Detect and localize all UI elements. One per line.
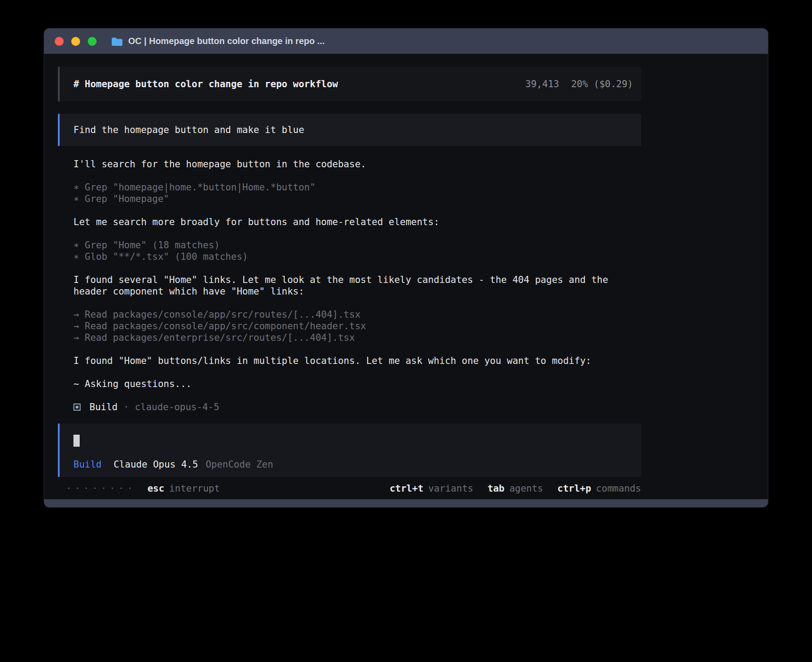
assistant-status: ~ Asking questions... — [73, 378, 641, 390]
traffic-lights — [55, 37, 104, 46]
shortcut-agents: tab agents — [487, 483, 543, 494]
agent-status-line: Build · claude-opus-4-5 — [73, 401, 641, 413]
input-model-label: Claude Opus 4.5 — [114, 459, 198, 470]
shortcut-key: tab — [487, 483, 504, 494]
context-cost: 20% ($0.29) — [571, 78, 633, 90]
window-title-group: OC | Homepage button color change in rep… — [111, 36, 325, 46]
input-provider-label: OpenCode Zen — [206, 459, 273, 470]
titlebar[interactable]: OC | Homepage button color change in rep… — [44, 28, 768, 54]
tool-call-line: → Read packages/console/app/src/routes/[… — [73, 309, 641, 320]
terminal-content: # Homepage button color change in repo w… — [44, 54, 768, 499]
shortcut-label: commands — [596, 483, 641, 494]
text-cursor — [73, 435, 80, 447]
zoom-button[interactable] — [88, 37, 97, 46]
input-meta-row: Build Claude Opus 4.5 OpenCode Zen — [73, 459, 641, 470]
session-header: # Homepage button color change in repo w… — [58, 67, 641, 101]
shortcut-label: variants — [428, 483, 473, 494]
tool-call-line: → Read packages/console/app/src/componen… — [73, 320, 641, 332]
shortcut-commands: ctrl+p commands — [557, 483, 641, 494]
window-title: OC | Homepage button color change in rep… — [128, 36, 325, 46]
window-bottom-edge — [44, 499, 768, 507]
prompt-input[interactable]: Build Claude Opus 4.5 OpenCode Zen — [58, 424, 641, 477]
close-button[interactable] — [55, 37, 64, 46]
session-stats: 39,413 20% ($0.29) — [525, 78, 633, 90]
tool-call-group: ∗ Grep "Home" (18 matches) ∗ Glob "**/*.… — [73, 239, 641, 262]
input-agent-label: Build — [73, 459, 102, 470]
transcript-line: I'll search for the homepage button in t… — [73, 158, 641, 170]
working-spinner-dots: ········ — [66, 483, 136, 494]
assistant-text: I'll search for the homepage button in t… — [73, 158, 641, 170]
agent-separator: · — [123, 401, 129, 413]
terminal-window: OC | Homepage button color change in rep… — [44, 28, 768, 507]
status-right: ctrl+t variants tab agents ctrl+p comman… — [375, 483, 641, 494]
transcript-line: ~ Asking questions... — [73, 378, 641, 390]
tool-call-group: → Read packages/console/app/src/routes/[… — [73, 309, 641, 343]
token-count: 39,413 — [525, 78, 559, 90]
esc-key-label: interrupt — [169, 483, 220, 494]
status-bar: ········ esc interrupt ctrl+t variants t… — [58, 483, 641, 494]
shortcut-key: ctrl+t — [390, 483, 423, 494]
user-message: Find the homepage button and make it blu… — [58, 114, 641, 146]
shortcut-key: ctrl+p — [557, 483, 591, 494]
transcript-line: I found several "Home" links. Let me loo… — [73, 274, 641, 297]
tool-call-line: ∗ Grep "Homepage" — [73, 193, 641, 205]
transcript-line: Let me search more broadly for buttons a… — [73, 216, 641, 228]
esc-key-hint: esc — [147, 483, 164, 494]
assistant-text: Let me search more broadly for buttons a… — [73, 216, 641, 228]
shortcut-label: agents — [509, 483, 543, 494]
agent-square-icon — [73, 404, 81, 411]
assistant-text: I found "Home" buttons/links in multiple… — [73, 355, 641, 367]
tool-call-group: ∗ Grep "homepage|home.*button|Home.*butt… — [73, 182, 641, 205]
transcript-line: I found "Home" buttons/links in multiple… — [73, 355, 641, 367]
assistant-transcript: I'll search for the homepage button in t… — [58, 158, 641, 413]
assistant-text: I found several "Home" links. Let me loo… — [73, 274, 641, 297]
tool-call-line: ∗ Grep "Home" (18 matches) — [73, 239, 641, 251]
status-left: ········ esc interrupt — [66, 483, 220, 494]
tool-call-line: ∗ Grep "homepage|home.*button|Home.*butt… — [73, 182, 641, 193]
folder-icon — [111, 37, 123, 46]
user-message-text: Find the homepage button and make it blu… — [73, 124, 304, 136]
tool-call-line: → Read packages/enterprise/src/routes/[.… — [73, 332, 641, 343]
shortcut-variants: ctrl+t variants — [390, 483, 473, 494]
session-title: # Homepage button color change in repo w… — [73, 78, 338, 90]
agent-name: Build — [89, 401, 118, 413]
agent-model: claude-opus-4-5 — [135, 401, 219, 413]
tool-call-line: ∗ Glob "**/*.tsx" (100 matches) — [73, 251, 641, 262]
minimize-button[interactable] — [71, 37, 80, 46]
